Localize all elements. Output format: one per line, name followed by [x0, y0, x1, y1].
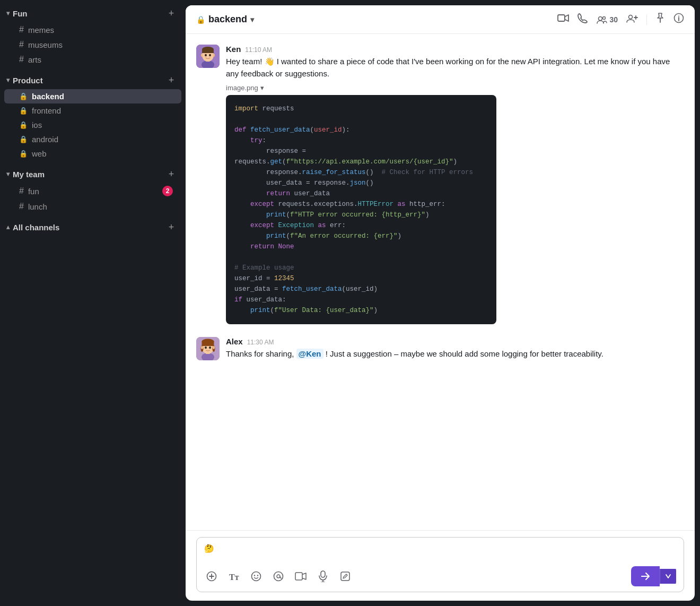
sidebar-item-arts-label: arts [28, 55, 41, 64]
pin-icon[interactable] [655, 13, 665, 26]
svg-point-35 [274, 572, 283, 581]
sidebar-item-memes[interactable]: # memes [4, 22, 181, 37]
svg-rect-23 [202, 341, 214, 346]
svg-point-17 [213, 54, 215, 57]
add-icon[interactable] [204, 569, 219, 584]
sender-name-ken: Ken [226, 45, 241, 54]
svg-point-28 [201, 346, 203, 349]
attachment-filename: image.png [226, 84, 258, 92]
code-block: import requests def fetch_user_data(user… [226, 95, 496, 324]
header-left: 🔒 backend ▾ [196, 14, 254, 25]
timestamp-alex: 11:30 AM [247, 339, 274, 346]
sidebar-section-fun-label: Fun [13, 9, 28, 18]
add-allchannels-button[interactable]: + [165, 221, 177, 233]
sidebar-item-ios-label: ios [32, 120, 42, 129]
image-label[interactable]: image.png ▾ [226, 84, 684, 92]
text-format-icon[interactable]: Tт [226, 569, 241, 584]
microphone-icon[interactable] [316, 569, 330, 584]
sidebar-item-museums[interactable]: # museums [4, 37, 181, 52]
sidebar-item-backend-label: backend [32, 92, 64, 101]
message-ken: Ken 11:10 AM Hey team! 👋 I wanted to sha… [196, 45, 684, 324]
svg-point-33 [254, 575, 255, 576]
avatar-ken [196, 45, 220, 68]
sidebar: ▾ Fun + # memes # museums # arts ▾ Produ… [0, 0, 186, 606]
sidebar-section-allchannels-label: All channels [13, 223, 59, 232]
message-text-before: Thanks for sharing, [226, 349, 296, 358]
chevron-up-icon: ▴ [6, 223, 10, 231]
svg-point-36 [277, 575, 280, 578]
chevron-down-icon: ▾ [260, 84, 264, 92]
svg-point-15 [209, 54, 211, 56]
sidebar-item-fun2[interactable]: # fun 2 [4, 183, 181, 199]
message-content-alex: Alex 11:30 AM Thanks for sharing, @Ken !… [226, 337, 684, 360]
svg-rect-37 [295, 573, 302, 580]
mention-icon[interactable] [271, 569, 286, 584]
sidebar-item-lunch-label: lunch [28, 202, 47, 211]
compose-icon[interactable] [338, 569, 353, 584]
svg-point-6 [678, 16, 679, 17]
sidebar-item-android[interactable]: 🔒 android [4, 132, 181, 146]
lock-icon: 🔒 [19, 150, 28, 158]
sender-name-alex: Alex [226, 337, 243, 346]
channel-name-label: backend [208, 14, 247, 25]
add-product-channel-button[interactable]: + [165, 74, 177, 86]
send-dropdown-button[interactable] [660, 569, 676, 584]
message-header-alex: Alex 11:30 AM [226, 337, 684, 346]
message-body-ken: Hey team! 👋 I wanted to share a piece of… [226, 57, 670, 78]
image-attachment: image.png ▾ import requests def fetch_us… [226, 84, 684, 324]
sidebar-item-web-label: web [32, 149, 47, 158]
chevron-down-icon[interactable]: ▾ [250, 15, 254, 24]
sidebar-item-frontend[interactable]: 🔒 frontend [4, 103, 181, 118]
info-icon[interactable] [673, 13, 684, 26]
input-emoji: 🤔 [204, 544, 214, 553]
svg-point-3 [629, 15, 633, 19]
sidebar-item-frontend-label: frontend [32, 106, 61, 115]
sidebar-item-fun2-label: fun [28, 187, 39, 196]
header-divider [646, 14, 647, 25]
message-input[interactable]: 🤔 [204, 543, 676, 562]
sidebar-section-myteam-label: My team [13, 170, 45, 179]
lock-icon: 🔒 [19, 107, 28, 115]
gif-icon[interactable] [293, 569, 308, 584]
phone-icon[interactable] [578, 13, 588, 26]
sidebar-section-fun[interactable]: ▾ Fun + [0, 4, 186, 22]
message-text-ken: Hey team! 👋 I wanted to share a piece of… [226, 56, 684, 80]
add-member-icon[interactable] [626, 13, 638, 25]
send-button-group [631, 566, 676, 586]
add-myteam-channel-button[interactable]: + [165, 168, 177, 180]
message-text-alex: Thanks for sharing, @Ken ! Just a sugges… [226, 348, 684, 360]
lock-icon: 🔒 [19, 135, 28, 143]
sidebar-item-ios[interactable]: 🔒 ios [4, 118, 181, 132]
sidebar-section-product[interactable]: ▾ Product + [0, 71, 186, 89]
message-text-after: ! Just a suggestion – maybe we should ad… [323, 349, 603, 358]
add-fun-channel-button[interactable]: + [165, 7, 177, 19]
svg-point-16 [201, 54, 203, 57]
sidebar-section-product-label: Product [13, 76, 43, 85]
avatar-alex [196, 337, 220, 360]
channel-name[interactable]: 🔒 backend ▾ [196, 14, 254, 25]
sidebar-item-web[interactable]: 🔒 web [4, 146, 181, 161]
chat-header: 🔒 backend ▾ [186, 5, 695, 34]
svg-point-32 [252, 572, 261, 581]
lock-icon: 🔒 [19, 92, 28, 100]
hash-icon: # [19, 55, 24, 64]
video-icon[interactable] [557, 14, 569, 25]
sidebar-section-allchannels[interactable]: ▴ All channels + [0, 218, 186, 236]
message-header-ken: Ken 11:10 AM [226, 45, 684, 54]
timestamp-ken: 11:10 AM [245, 46, 272, 54]
input-toolbar: Tт [204, 566, 676, 586]
input-box: 🤔 Tт [196, 537, 684, 592]
header-actions: 30 [557, 13, 684, 26]
messages-area: Ken 11:10 AM Hey team! 👋 I wanted to sha… [186, 34, 695, 530]
mention-ken[interactable]: @Ken [296, 349, 323, 359]
sidebar-item-lunch[interactable]: # lunch [4, 199, 181, 214]
send-button[interactable] [631, 566, 660, 586]
sidebar-item-backend[interactable]: 🔒 backend [4, 89, 181, 103]
emoji-icon[interactable] [249, 569, 264, 584]
sidebar-item-arts[interactable]: # arts [4, 52, 181, 67]
sidebar-section-myteam[interactable]: ▾ My team + [0, 165, 186, 183]
svg-point-26 [205, 347, 207, 349]
hash-icon: # [19, 186, 24, 196]
member-count[interactable]: 30 [597, 15, 618, 24]
toolbar-left: Tт [204, 569, 353, 584]
